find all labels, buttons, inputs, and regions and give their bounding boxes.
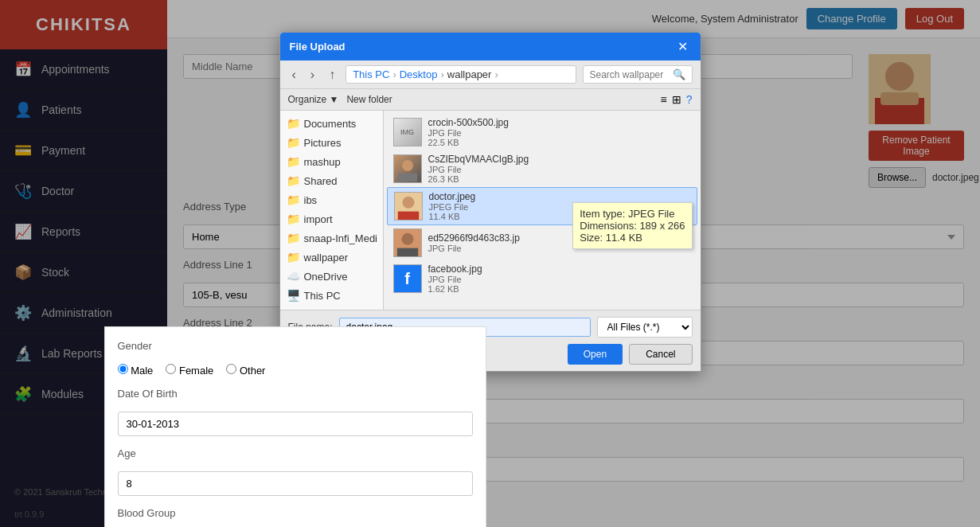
gender-female-label[interactable]: Female: [166, 364, 213, 377]
file-item[interactable]: f facebook.jpg JPG File 1.62 KB: [387, 260, 697, 297]
file-item[interactable]: CsZIEbqVMAACIgB.jpg JPG File 26.3 KB: [387, 150, 697, 187]
view-list-button[interactable]: ≡: [661, 93, 667, 106]
file-upload-dialog: File Upload ✕ ‹ › ↑ This PC › Desktop › …: [279, 32, 701, 372]
tree-item-snaap[interactable]: 📁 snaap-Infi_Medi: [280, 228, 383, 248]
tree-item-label: Pictures: [304, 137, 342, 149]
dialog-title: File Upload: [290, 41, 346, 53]
age-label: Age: [118, 447, 136, 459]
tree-item-wallpaper[interactable]: 📁 wallpaper: [280, 248, 383, 267]
new-folder-button[interactable]: New folder: [346, 94, 392, 105]
tree-item-3d-objects[interactable]: 📁 3D Objects: [280, 305, 383, 310]
folder-icon: 📁: [287, 174, 300, 187]
tree-item-label: Documents: [304, 118, 357, 130]
file-type: JPG File: [428, 128, 691, 138]
gender-male-radio[interactable]: [118, 364, 128, 374]
file-item[interactable]: IMG crocin-500x500.jpg JPG File 22.5 KB: [387, 114, 697, 150]
gender-other-label[interactable]: Other: [226, 364, 265, 377]
blood-group-label: Blood Group: [118, 507, 176, 519]
breadcrumb-wallpaper[interactable]: wallpaper: [447, 68, 492, 80]
file-size: 22.5 KB: [428, 138, 691, 147]
file-tooltip: Item type: JPEG File Dimensions: 189 x 2…: [572, 202, 692, 249]
folder-icon: 📁: [287, 155, 300, 168]
dialog-toolbar: ‹ › ↑ This PC › Desktop › wallpaper › 🔍: [280, 61, 701, 89]
svg-rect-11: [396, 248, 417, 256]
gender-label: Gender: [118, 340, 152, 352]
file-name: facebook.jpg: [428, 264, 691, 275]
age-input[interactable]: [118, 471, 473, 496]
gender-radio-group: Male Female Other: [118, 364, 473, 377]
tooltip-dimensions: Dimensions: 189 x 266: [580, 220, 685, 232]
view-grid-button[interactable]: ⊞: [672, 93, 681, 106]
cancel-button[interactable]: Cancel: [629, 344, 692, 365]
dialog-titlebar: File Upload ✕: [280, 33, 701, 61]
nav-forward-button[interactable]: ›: [306, 66, 318, 84]
search-icon: 🔍: [673, 68, 685, 80]
file-type: JPG File: [428, 165, 691, 174]
open-button[interactable]: Open: [568, 344, 623, 365]
folder-icon: 📁: [287, 117, 300, 130]
file-thumbnail: [393, 228, 422, 257]
svg-rect-5: [398, 174, 417, 182]
tree-item-label: Shared: [304, 175, 338, 187]
tree-item-this-pc[interactable]: 🖥️ This PC: [280, 286, 383, 305]
tooltip-size: Size: 11.4 KB: [580, 232, 685, 244]
dialog-close-button[interactable]: ✕: [674, 39, 691, 54]
tree-item-label: 3D Objects: [304, 309, 355, 310]
search-input[interactable]: [590, 69, 670, 80]
gender-male-text: Male: [131, 365, 153, 377]
folder-icon: 📁: [287, 232, 300, 244]
tooltip-item-type: Item type: JPEG File: [580, 208, 685, 220]
organize-button[interactable]: Organize ▼: [288, 94, 339, 105]
svg-point-4: [402, 160, 413, 171]
dialog-overlay: Gender Male Female Other Date Of Birth A…: [0, 0, 980, 527]
breadcrumb-bar: This PC › Desktop › wallpaper ›: [346, 65, 576, 84]
file-name: crocin-500x500.jpg: [428, 117, 691, 128]
files-panel: IMG crocin-500x500.jpg JPG File 22.5 KB: [384, 111, 701, 310]
file-thumbnail: [394, 192, 423, 221]
dob-label: Date Of Birth: [118, 388, 178, 400]
tree-item-label: mashup: [304, 156, 341, 168]
tree-item-import[interactable]: 📁 import: [280, 209, 383, 228]
tree-item-label: This PC: [304, 290, 341, 302]
tree-item-pictures[interactable]: 📁 Pictures: [280, 133, 383, 152]
file-type: JPG File: [428, 275, 691, 284]
tree-item-mashup[interactable]: 📁 mashup: [280, 152, 383, 171]
tree-item-label: snaap-Infi_Medi: [304, 232, 378, 244]
file-thumbnail: IMG: [393, 118, 422, 146]
gender-male-label[interactable]: Male: [118, 364, 154, 377]
svg-point-10: [401, 233, 413, 245]
folder-icon: 📁: [287, 213, 300, 225]
svg-point-7: [402, 197, 414, 209]
gender-female-radio[interactable]: [166, 364, 176, 374]
tree-item-shared[interactable]: 📁 Shared: [280, 171, 383, 190]
folder-tree: 📁 Documents 📁 Pictures 📁 mashup 📁 Shared: [280, 111, 384, 310]
filetype-select[interactable]: All Files (*.*): [597, 317, 693, 338]
search-bar: 🔍: [583, 65, 693, 84]
folder-icon: 📁: [287, 308, 300, 310]
file-thumbnail: [393, 154, 422, 183]
file-name: CsZIEbqVMAACIgB.jpg: [428, 154, 691, 165]
gender-other-text: Other: [240, 365, 266, 377]
tree-item-ibs[interactable]: 📁 ibs: [280, 190, 383, 209]
onedrive-icon: ☁️: [287, 270, 300, 283]
gender-female-text: Female: [179, 365, 213, 377]
file-thumbnail: f: [393, 264, 422, 293]
tree-item-label: import: [304, 213, 333, 225]
dialog-organize-bar: Organize ▼ New folder ≡ ⊞ ?: [280, 89, 701, 111]
help-button[interactable]: ?: [686, 93, 693, 106]
tree-item-documents[interactable]: 📁 Documents: [280, 114, 383, 133]
breadcrumb-desktop[interactable]: Desktop: [400, 68, 438, 80]
tree-item-label: ibs: [304, 194, 318, 206]
dialog-body: 📁 Documents 📁 Pictures 📁 mashup 📁 Shared: [280, 111, 701, 310]
tree-item-label: wallpaper: [304, 252, 349, 264]
file-size: 1.62 KB: [428, 284, 691, 294]
nav-up-button[interactable]: ↑: [325, 66, 339, 84]
gender-other-radio[interactable]: [226, 364, 236, 374]
view-controls: ≡ ⊞ ?: [661, 93, 693, 106]
this-pc-icon: 🖥️: [287, 289, 300, 302]
nav-back-button[interactable]: ‹: [288, 66, 300, 84]
dob-input[interactable]: [118, 412, 473, 436]
breadcrumb-this-pc[interactable]: This PC: [353, 68, 389, 80]
file-info: CsZIEbqVMAACIgB.jpg JPG File 26.3 KB: [428, 154, 691, 184]
tree-item-onedrive[interactable]: ☁️ OneDrive: [280, 267, 383, 286]
